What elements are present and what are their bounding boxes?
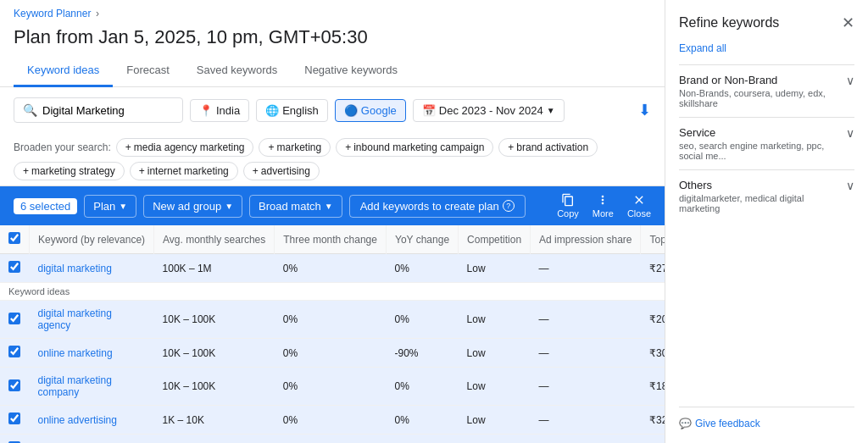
broad-match-dropdown-icon: ▼ — [325, 202, 333, 211]
competition-3: Low — [459, 406, 531, 435]
ad-4: — — [531, 435, 641, 444]
search-input[interactable] — [42, 104, 161, 117]
language-filter[interactable]: 🌐 English — [256, 99, 328, 122]
close-button[interactable]: Close — [627, 193, 651, 219]
yoy-1: -90% — [386, 339, 458, 368]
row-checkbox-0[interactable] — [8, 313, 20, 324]
broad-match-button[interactable]: Broad match ▼ — [249, 195, 342, 218]
refine-section-service-subtitle: seo, search engine marketing, ppc, socia… — [679, 141, 846, 161]
feedback-label: Give feedback — [695, 418, 760, 429]
toolbar: 6 selected Plan ▼ New ad group ▼ Broad m… — [0, 186, 665, 225]
more-button[interactable]: More — [593, 193, 614, 219]
tab-saved-keywords[interactable]: Saved keywords — [183, 55, 291, 87]
broaden-chip-6[interactable]: +advertising — [243, 162, 320, 180]
three-month-3: 0% — [275, 406, 387, 435]
yoy-0: 0% — [386, 301, 458, 339]
refine-section-brand-header[interactable]: Brand or Non-Brand Non-Brands, coursera,… — [679, 74, 854, 108]
broaden-chip-1[interactable]: +marketing — [259, 138, 331, 157]
broaden-chip-0[interactable]: +media agency marketing — [116, 138, 254, 157]
three-month-0: 0% — [275, 301, 387, 339]
engine-label: Google — [361, 104, 397, 117]
broaden-chip-2[interactable]: +inbound marketing campaign — [336, 138, 493, 157]
search-bar: 🔍 📍 India 🌐 English 🔵 Google 📅 Dec 2023 … — [0, 87, 665, 133]
page-title: Plan from Jan 5, 2025, 10 pm, GMT+05:30 — [14, 26, 651, 48]
col-three-month: Three month change — [275, 225, 387, 254]
table-row: online marketing 10K – 100K 0% -90% Low … — [0, 339, 665, 368]
keyword-link-1[interactable]: online marketing — [38, 347, 113, 359]
engine-filter[interactable]: 🔵 Google — [335, 99, 406, 122]
main-bid-low: ₹27.07 — [641, 254, 665, 283]
refine-section-brand-title: Brand or Non-Brand — [679, 74, 846, 86]
refine-section-brand: Brand or Non-Brand Non-Brands, coursera,… — [679, 64, 854, 117]
selected-count-badge: 6 selected — [14, 198, 77, 214]
date-range-filter[interactable]: 📅 Dec 2023 - Nov 2024 ▼ — [413, 99, 565, 122]
yoy-3: 0% — [386, 406, 458, 435]
refine-section-brand-subtitle: Non-Brands, coursera, udemy, edx, skills… — [679, 88, 846, 108]
calendar-icon: 📅 — [422, 104, 436, 117]
search-input-wrap[interactable]: 🔍 — [14, 97, 183, 123]
dropdown-arrow-icon: ▼ — [547, 106, 555, 115]
new-ad-group-dropdown-icon: ▼ — [225, 202, 233, 211]
tab-forecast[interactable]: Forecast — [113, 55, 183, 87]
panel-header: Refine keywords ✕ — [679, 14, 854, 32]
new-ad-group-label: New ad group — [153, 200, 221, 213]
panel-close-button[interactable]: ✕ — [842, 14, 854, 32]
col-bid-low: Top of page bid (low range) — [641, 225, 665, 254]
keywords-table: Keyword (by relevance) Avg. monthly sear… — [0, 225, 665, 443]
refine-section-service-title: Service — [679, 126, 846, 139]
refine-section-service-header[interactable]: Service seo, search engine marketing, pp… — [679, 126, 854, 161]
broaden-row: Broaden your search: +media agency marke… — [0, 133, 665, 186]
plan-label: Plan — [93, 200, 115, 213]
toolbar-right-actions: Copy More Close — [557, 193, 651, 219]
competition-2: Low — [459, 368, 531, 406]
breadcrumb-arrow: › — [96, 8, 99, 19]
location-filter[interactable]: 📍 India — [190, 99, 249, 122]
feedback-link[interactable]: 💬 Give feedback — [679, 418, 854, 429]
keyword-link-2[interactable]: digital marketing company — [38, 374, 112, 398]
broaden-chip-4[interactable]: +marketing strategy — [14, 162, 125, 180]
broad-match-label: Broad match — [259, 200, 321, 213]
add-keywords-button[interactable]: Add keywords to create plan ? — [349, 195, 526, 218]
refine-section-brand-chevron: ∨ — [846, 74, 854, 87]
col-yoy: YoY change — [386, 225, 458, 254]
breadcrumb-link[interactable]: Keyword Planner — [14, 8, 91, 19]
panel-title: Refine keywords — [679, 15, 779, 30]
row-checkbox-2[interactable] — [8, 379, 20, 391]
date-range-label: Dec 2023 - Nov 2024 — [439, 104, 543, 117]
keyword-link-0[interactable]: digital marketing agency — [38, 307, 112, 331]
keyword-link-3[interactable]: online advertising — [38, 414, 117, 426]
ad-2: — — [531, 368, 641, 406]
section-label: Keyword ideas — [0, 283, 665, 301]
location-label: India — [216, 104, 240, 117]
table-row: digital marketing agency 10K – 100K 0% 0… — [0, 301, 665, 339]
broaden-chip-5[interactable]: +internet marketing — [130, 162, 238, 180]
tab-keyword-ideas[interactable]: Keyword ideas — [14, 55, 113, 87]
main-keyword-link[interactable]: digital marketing — [38, 263, 112, 274]
avg-3: 1K – 10K — [154, 406, 275, 435]
refine-section-others-title: Others — [679, 179, 846, 191]
new-ad-group-button[interactable]: New ad group ▼ — [143, 195, 242, 218]
plan-button[interactable]: Plan ▼ — [84, 195, 136, 218]
refine-section-others-header[interactable]: Others digitalmarketer, medical digital … — [679, 179, 854, 213]
copy-button[interactable]: Copy — [557, 193, 579, 219]
bid-low-4: ₹1.24 — [641, 435, 665, 444]
table-row: marketing strategy 10K – 100K 0% 0% Low … — [0, 435, 665, 444]
refine-section-others-chevron: ∨ — [846, 179, 854, 192]
avg-0: 10K – 100K — [154, 301, 275, 339]
refine-section-service: Service seo, search engine marketing, pp… — [679, 117, 854, 169]
download-button[interactable]: ⬇ — [638, 101, 651, 119]
main-three-month: 0% — [275, 254, 387, 283]
avg-1: 10K – 100K — [154, 339, 275, 368]
tab-negative-keywords[interactable]: Negative keywords — [291, 55, 411, 87]
main-keyword-row: digital marketing 100K – 1M 0% 0% Low — … — [0, 254, 665, 283]
col-avg-searches: Avg. monthly searches — [154, 225, 275, 254]
main-keyword-checkbox[interactable] — [8, 261, 20, 273]
row-checkbox-1[interactable] — [8, 346, 20, 357]
three-month-1: 0% — [275, 339, 387, 368]
row-checkbox-3[interactable] — [8, 413, 20, 424]
select-all-checkbox[interactable] — [8, 232, 20, 244]
broaden-chip-3[interactable]: +brand activation — [498, 138, 598, 157]
add-keywords-info-icon: ? — [503, 200, 515, 212]
expand-all-link[interactable]: Expand all — [679, 42, 854, 54]
bid-low-0: ₹20.72 — [641, 301, 665, 339]
